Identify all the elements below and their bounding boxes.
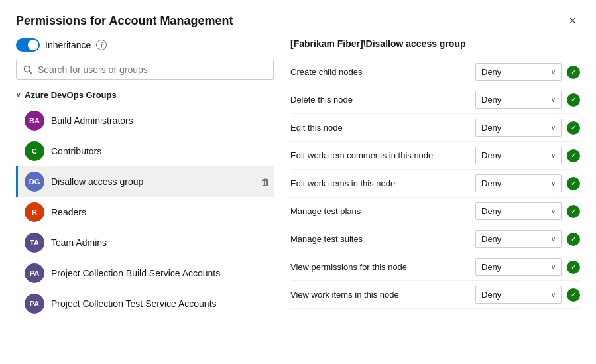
- permission-select-1[interactable]: Deny ∨: [475, 91, 562, 109]
- chevron-down-icon: ∨: [551, 124, 556, 131]
- group-name-pa2: Project Collection Test Service Accounts: [51, 298, 270, 309]
- group-name-ta: Team Admins: [51, 237, 270, 248]
- close-button[interactable]: ×: [565, 13, 580, 28]
- permission-label-4: Edit work items in this node: [290, 178, 475, 188]
- permission-row-0: Create child nodes Deny ∨ ✓: [290, 58, 580, 86]
- dialog-title: Permissions for Account Management: [16, 14, 233, 28]
- permission-row-7: View permissions for this node Deny ∨ ✓: [290, 253, 580, 281]
- permission-label-3: Edit work item comments in this node: [290, 151, 475, 160]
- permission-check-icon-6: ✓: [567, 233, 580, 246]
- avatar-dg: DG: [25, 172, 44, 192]
- dialog-header: Permissions for Account Management ×: [16, 13, 580, 28]
- permission-check-icon-8: ✓: [567, 288, 580, 302]
- search-input[interactable]: [38, 64, 267, 75]
- inheritance-label: Inheritance: [45, 40, 91, 50]
- permission-value-0: Deny: [481, 67, 501, 77]
- chevron-down-icon: ∨: [551, 96, 556, 103]
- chevron-down-icon: ∨: [551, 208, 556, 215]
- permission-label-0: Create child nodes: [290, 67, 475, 77]
- group-name-ba: Build Administrators: [51, 115, 270, 126]
- permissions-dialog: Permissions for Account Management × Inh…: [0, 0, 596, 364]
- inheritance-row: Inheritance i: [16, 38, 274, 52]
- permission-label-7: View permissions for this node: [290, 262, 475, 272]
- group-section-header[interactable]: ∨ Azure DevOps Groups: [16, 88, 274, 105]
- avatar-r: R: [25, 202, 44, 222]
- permission-select-wrapper-6: Deny ∨ ✓: [475, 230, 580, 248]
- permission-select-wrapper-3: Deny ∨ ✓: [475, 147, 580, 164]
- avatar-pa1: PA: [25, 263, 44, 283]
- search-box[interactable]: [16, 60, 274, 80]
- permission-select-5[interactable]: Deny ∨: [475, 202, 562, 220]
- permission-label-2: Edit this node: [290, 123, 475, 133]
- permission-select-3[interactable]: Deny ∨: [475, 147, 562, 164]
- delete-icon[interactable]: 🗑: [261, 176, 270, 187]
- permission-check-icon-1: ✓: [567, 93, 580, 107]
- group-item-c[interactable]: C Contributors: [16, 136, 274, 166]
- chevron-down-icon: ∨: [551, 291, 556, 298]
- group-item-pa1[interactable]: PA Project Collection Build Service Acco…: [16, 258, 274, 288]
- chevron-down-icon: ∨: [551, 152, 556, 159]
- permissions-list: Create child nodes Deny ∨ ✓ Delete this …: [290, 58, 580, 309]
- groups-list: BA Build Administrators C Contributors D…: [16, 105, 274, 364]
- permission-value-1: Deny: [481, 95, 501, 105]
- group-item-ba[interactable]: BA Build Administrators: [16, 105, 274, 136]
- inheritance-toggle[interactable]: [16, 38, 40, 52]
- permission-label-8: View work items in this node: [290, 290, 475, 300]
- group-name-r: Readers: [51, 207, 270, 217]
- permission-select-7[interactable]: Deny ∨: [475, 258, 562, 276]
- group-item-ta[interactable]: TA Team Admins: [16, 227, 274, 258]
- permission-check-icon-2: ✓: [567, 121, 580, 135]
- permission-label-5: Manage test plans: [290, 206, 475, 216]
- permission-row-6: Manage test suites Deny ∨ ✓: [290, 225, 580, 253]
- permission-value-4: Deny: [481, 178, 501, 188]
- permission-select-wrapper-2: Deny ∨ ✓: [475, 119, 580, 137]
- permission-select-wrapper-1: Deny ∨ ✓: [475, 91, 580, 109]
- permission-label-6: Manage test suites: [290, 234, 475, 244]
- permission-check-icon-3: ✓: [567, 149, 580, 162]
- avatar-c: C: [25, 141, 44, 161]
- permission-check-icon-4: ✓: [567, 177, 580, 190]
- group-name-c: Contributors: [51, 146, 270, 156]
- group-item-pa2[interactable]: PA Project Collection Test Service Accou…: [16, 288, 274, 319]
- permission-row-2: Edit this node Deny ∨ ✓: [290, 114, 580, 142]
- chevron-down-icon: ∨: [16, 91, 21, 99]
- info-icon[interactable]: i: [96, 40, 107, 50]
- permission-row-4: Edit work items in this node Deny ∨ ✓: [290, 170, 580, 198]
- permission-label-1: Delete this node: [290, 95, 475, 105]
- permission-select-wrapper-5: Deny ∨ ✓: [475, 202, 580, 220]
- selected-group-title: [Fabrikam Fiber]\Disallow access group: [290, 38, 580, 49]
- svg-line-1: [30, 72, 32, 74]
- permission-select-8[interactable]: Deny ∨: [475, 286, 562, 304]
- permission-select-4[interactable]: Deny ∨: [475, 174, 562, 192]
- chevron-down-icon: ∨: [551, 68, 556, 76]
- left-panel: Inheritance i ∨ Azure DevOps Groups BA B…: [16, 38, 274, 364]
- permission-check-icon-5: ✓: [567, 205, 580, 218]
- permission-check-icon-0: ✓: [567, 66, 580, 79]
- right-panel: [Fabrikam Fiber]\Disallow access group C…: [274, 38, 580, 364]
- permission-select-wrapper-7: Deny ∨ ✓: [475, 258, 580, 276]
- permission-value-3: Deny: [481, 151, 501, 160]
- permission-value-2: Deny: [481, 123, 501, 133]
- permission-select-0[interactable]: Deny ∨: [475, 63, 562, 81]
- group-item-dg[interactable]: DG Disallow access group 🗑: [16, 166, 274, 197]
- group-item-r[interactable]: R Readers: [16, 197, 274, 227]
- search-icon: [23, 65, 32, 74]
- group-header-label: Azure DevOps Groups: [25, 90, 117, 100]
- group-name-dg: Disallow access group: [51, 176, 254, 187]
- group-name-pa1: Project Collection Build Service Account…: [51, 268, 270, 278]
- permission-select-wrapper-4: Deny ∨ ✓: [475, 174, 580, 192]
- avatar-ta: TA: [25, 233, 44, 253]
- permission-select-wrapper-0: Deny ∨ ✓: [475, 63, 580, 81]
- chevron-down-icon: ∨: [551, 180, 556, 187]
- chevron-down-icon: ∨: [551, 235, 556, 243]
- permission-select-6[interactable]: Deny ∨: [475, 230, 562, 248]
- toggle-knob: [28, 40, 38, 50]
- permission-value-5: Deny: [481, 206, 501, 216]
- chevron-down-icon: ∨: [551, 263, 556, 271]
- permission-value-6: Deny: [481, 234, 501, 244]
- permission-select-2[interactable]: Deny ∨: [475, 119, 562, 137]
- permission-check-icon-7: ✓: [567, 261, 580, 274]
- permission-value-7: Deny: [481, 262, 501, 272]
- permission-select-wrapper-8: Deny ∨ ✓: [475, 286, 580, 304]
- dialog-body: Inheritance i ∨ Azure DevOps Groups BA B…: [16, 38, 580, 364]
